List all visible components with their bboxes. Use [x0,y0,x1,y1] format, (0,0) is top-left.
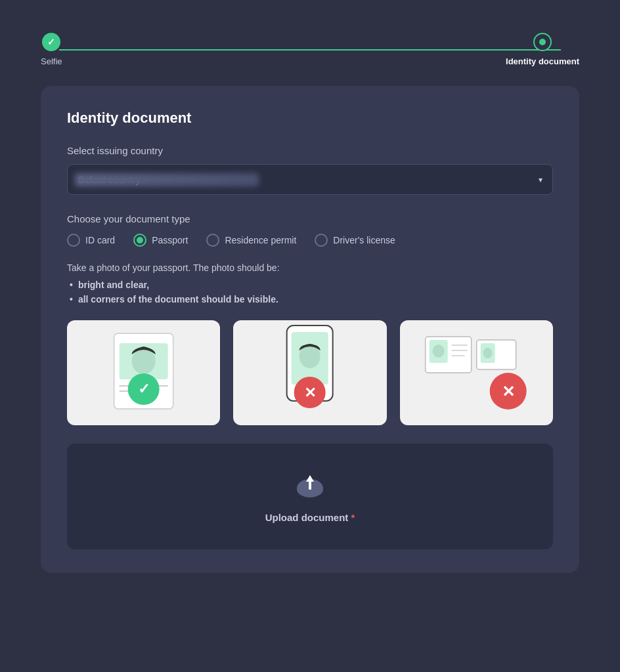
progress-step-selfie: ✓ Selfie [41,33,62,66]
radio-label-drivers: Driver's license [333,235,395,245]
checkmark-icon: ✓ [47,37,55,47]
upload-required-marker: * [351,512,355,523]
step-label-identity: Identity document [506,56,579,66]
example-bad-2-svg: ✕ [400,320,553,425]
progress-line-fill [59,49,561,51]
upload-label: Upload document * [265,512,355,523]
svg-point-24 [483,348,492,358]
instructions-section: Take a photo of your passport. The photo… [67,262,553,304]
progress-step-identity: Identity document [506,33,579,66]
upload-section[interactable]: Upload document * [67,444,553,549]
radio-label-residence: Residence permit [225,235,296,245]
example-good: ✓ [67,320,220,425]
document-type-label: Choose your document type [67,213,553,224]
radio-label-passport: Passport [152,235,188,245]
card-title: Identity document [67,110,553,127]
step-circle-selfie: ✓ [42,33,60,51]
radio-drivers-license[interactable]: Driver's license [315,234,395,247]
instructions-list: bright and clear, all corners of the doc… [67,280,553,304]
example-bad-1: ✕ [233,320,386,425]
step-circle-identity [533,33,552,51]
example-good-svg: ✓ [67,320,220,425]
country-select-wrapper: Select country ▾ [67,164,553,195]
radio-outer-residence [206,234,219,247]
svg-text:✕: ✕ [501,383,514,400]
svg-text:✓: ✓ [138,381,150,397]
upload-label-text: Upload document [265,512,349,523]
progress-section: ✓ Selfie Identity document [41,26,579,86]
country-section-label: Select issuing country [67,145,553,156]
radio-outer-passport [133,234,146,247]
step-label-selfie: Selfie [41,56,62,66]
radio-outer-drivers [315,234,328,247]
radio-label-id-card: ID card [85,235,115,245]
document-type-section: Choose your document type ID card Passpo… [67,213,553,247]
radio-residence-permit[interactable]: Residence permit [206,234,296,247]
upload-icon-wrapper [293,470,327,504]
radio-group: ID card Passport Residence permit Driver… [67,234,553,247]
radio-passport[interactable]: Passport [133,234,188,247]
examples-row: ✓ ✕ [67,320,553,425]
svg-text:✕: ✕ [304,385,316,401]
svg-point-18 [432,345,444,358]
radio-inner-passport [137,237,143,243]
upload-cloud-icon [293,470,327,501]
instructions-heading: Take a photo of your passport. The photo… [67,262,553,273]
instruction-item-1: bright and clear, [70,280,553,290]
example-bad-1-svg: ✕ [233,320,386,425]
instruction-item-2: all corners of the document should be vi… [70,294,553,304]
country-select[interactable]: Select country [67,164,553,195]
radio-outer-id-card [67,234,80,247]
progress-track: ✓ Selfie Identity document [41,33,579,66]
example-bad-2: ✕ [400,320,553,425]
radio-id-card[interactable]: ID card [67,234,115,247]
main-card: Identity document Select issuing country… [41,86,579,573]
